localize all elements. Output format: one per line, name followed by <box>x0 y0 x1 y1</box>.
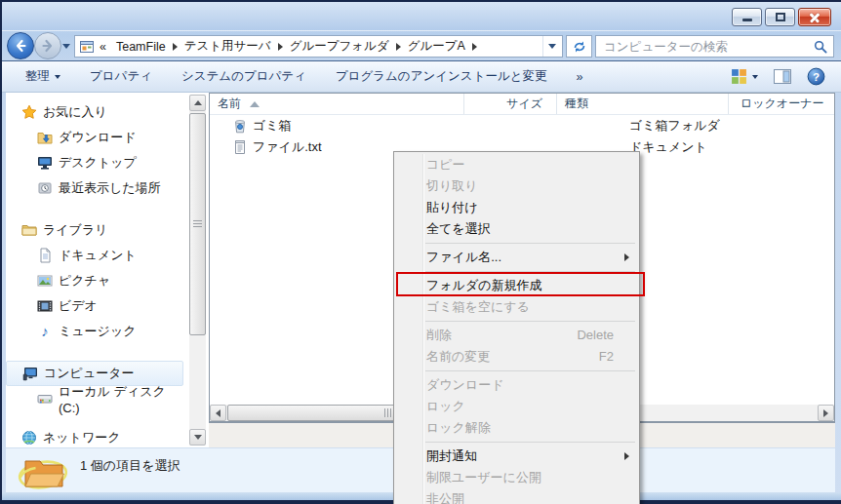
shortcut-label: Delete <box>577 325 614 346</box>
menu-item-copy[interactable]: コピー <box>394 154 639 175</box>
triangle-up-icon <box>194 100 202 105</box>
search-icon[interactable] <box>813 39 828 55</box>
context-menu: コピー 切り取り 貼り付け 全てを選択 ファイル名... フォルダの新規作成 ゴ… <box>393 151 640 504</box>
scroll-right-button[interactable] <box>818 405 834 421</box>
selection-status-text: 1 個の項目を選択 <box>80 457 180 475</box>
sidebar-item-recent-places[interactable]: 最近表示した場所 <box>6 175 183 201</box>
sidebar-scrollbar[interactable] <box>189 95 206 446</box>
folder-status-icon <box>18 451 68 495</box>
close-button[interactable] <box>798 8 831 26</box>
sidebar-item-pictures[interactable]: ピクチャ <box>6 268 183 293</box>
sidebar-item-desktop[interactable]: デスクトップ <box>6 150 183 175</box>
breadcrumb-separator-icon[interactable] <box>472 43 477 51</box>
minimize-icon <box>742 19 752 21</box>
sidebar-item-videos[interactable]: ビデオ <box>6 293 183 319</box>
column-header-name[interactable]: 名前 <box>210 94 464 114</box>
sidebar-item-network[interactable]: ネットワーク <box>6 425 183 447</box>
menu-item-lock[interactable]: ロック <box>394 396 639 417</box>
refresh-button[interactable] <box>566 35 592 58</box>
breadcrumb-separator-icon[interactable] <box>396 43 401 51</box>
menu-item-publish-restricted-users[interactable]: 制限ユーザーに公開 <box>394 467 639 488</box>
properties-button[interactable]: プロパティ <box>90 68 152 85</box>
sidebar-item-label: ドキュメント <box>59 247 137 264</box>
column-header-type[interactable]: 種類 <box>557 94 729 114</box>
menu-item-select-all[interactable]: 全てを選択 <box>394 218 639 240</box>
sidebar-item-downloads[interactable]: ダウンロード <box>6 125 183 150</box>
organize-menu-button[interactable]: 整理 <box>25 68 60 85</box>
sidebar-group-gap <box>6 201 209 217</box>
help-icon: ? <box>807 67 825 86</box>
recent-pages-dropdown[interactable] <box>62 44 70 49</box>
minimize-button[interactable] <box>732 8 762 26</box>
sidebar-item-label: ネットワーク <box>43 429 121 446</box>
breadcrumb-item-group-folder[interactable]: グループフォルダ <box>285 38 394 55</box>
breadcrumb-overflow-chevron[interactable]: « <box>95 40 111 54</box>
file-name: ゴミ箱 <box>253 117 292 135</box>
column-label: サイズ <box>506 96 542 112</box>
menu-item-empty-recycle-bin[interactable]: ゴミ箱を空にする <box>394 296 639 318</box>
column-header-size[interactable]: サイズ <box>464 94 557 114</box>
menu-item-download[interactable]: ダウンロード <box>394 374 639 396</box>
breadcrumb-item-group-a[interactable]: グループA <box>403 38 470 55</box>
menu-separator <box>425 442 635 443</box>
maximize-button[interactable] <box>765 8 795 26</box>
sidebar-item-documents[interactable]: ドキュメント <box>6 243 183 268</box>
breadcrumb-separator-icon[interactable] <box>278 43 283 51</box>
menu-item-unpublish[interactable]: 非公開 <box>394 488 639 504</box>
menu-item-file-name[interactable]: ファイル名... <box>394 247 639 268</box>
menu-item-rename[interactable]: 名前の変更 F2 <box>394 346 639 368</box>
title-bar[interactable] <box>2 2 841 31</box>
help-button[interactable]: ? <box>807 67 825 86</box>
breadcrumb-item-teamfile[interactable]: TeamFile <box>111 40 171 54</box>
menu-item-unlock[interactable]: ロック解除 <box>394 417 639 439</box>
back-button[interactable] <box>7 32 34 59</box>
breadcrumb-separator-icon[interactable] <box>173 43 178 51</box>
sidebar-item-label: ピクチャ <box>59 272 110 290</box>
maximize-icon <box>776 13 785 21</box>
address-history-dropdown[interactable] <box>542 36 560 57</box>
sort-ascending-icon <box>250 101 260 107</box>
scroll-down-button[interactable] <box>189 429 206 446</box>
forward-button[interactable] <box>34 32 61 59</box>
sidebar-item-music[interactable]: ♪ ミュージック <box>6 319 183 344</box>
sidebar-item-local-disk-c[interactable]: ローカル ディスク (C:) <box>6 386 183 411</box>
sidebar-item-label: ダウンロード <box>59 129 137 146</box>
scroll-left-button[interactable] <box>210 405 226 421</box>
sidebar-group-gap <box>6 344 209 361</box>
menu-separator <box>425 370 635 371</box>
preview-pane-button[interactable] <box>774 69 791 84</box>
file-name: ファイル.txt <box>253 138 322 156</box>
file-type: ゴミ箱フォルダ <box>557 117 729 135</box>
change-view-button[interactable] <box>731 68 758 85</box>
uninstall-program-button[interactable]: プログラムのアンインストールと変更 <box>336 68 547 85</box>
column-header-lock-owner[interactable]: ロックオーナー <box>729 94 834 114</box>
menu-item-cut[interactable]: 切り取り <box>394 175 639 197</box>
chevron-down-icon <box>548 44 556 49</box>
scrollbar-thumb[interactable] <box>189 113 206 335</box>
file-row-recycle-bin[interactable]: ゴミ箱 ゴミ箱フォルダ <box>210 115 834 136</box>
back-arrow-icon <box>13 38 28 54</box>
sidebar-item-libraries[interactable]: ライブラリ <box>6 217 183 243</box>
navigation-pane: お気に入り ダウンロード デスクトップ 最近表示した場所 ライブラリ ドキュメン… <box>6 93 209 447</box>
pictures-icon <box>37 273 53 289</box>
chevron-down-icon <box>752 75 758 79</box>
organize-label: 整理 <box>25 68 50 85</box>
system-properties-button[interactable]: システムのプロパティ <box>181 68 306 85</box>
menu-item-label: 削除 <box>426 328 452 342</box>
submenu-arrow-icon <box>624 253 629 261</box>
menu-item-paste[interactable]: 貼り付け <box>394 197 639 218</box>
column-label: 名前 <box>218 96 241 112</box>
menu-separator <box>425 243 635 244</box>
sidebar-item-label: ライブラリ <box>43 221 108 239</box>
sidebar-item-favorites[interactable]: お気に入り <box>6 99 183 125</box>
menu-item-delete[interactable]: 削除 Delete <box>394 325 639 346</box>
column-label: ロックオーナー <box>741 96 823 112</box>
toolbar-overflow-chevron[interactable]: » <box>577 70 583 84</box>
scroll-up-button[interactable] <box>189 95 206 111</box>
search-input[interactable] <box>596 36 833 57</box>
menu-item-read-receipt[interactable]: 開封通知 <box>394 446 639 467</box>
breadcrumb-item-test-server[interactable]: テスト用サーバ <box>180 38 276 55</box>
column-label: 種類 <box>565 96 588 112</box>
sidebar-item-label: デスクトップ <box>59 154 137 172</box>
breadcrumb[interactable]: « TeamFile テスト用サーバ グループフォルダ グループA <box>74 35 563 58</box>
